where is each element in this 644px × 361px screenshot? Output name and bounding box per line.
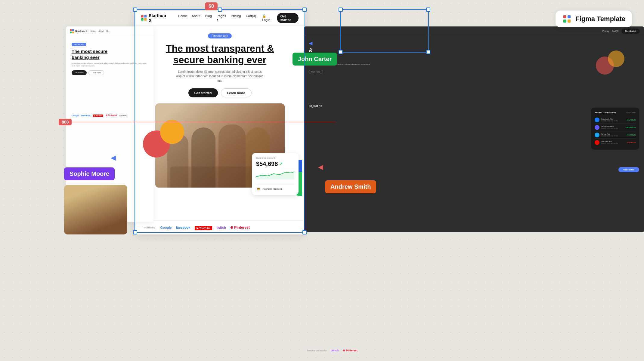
biz-trend: ↗ — [279, 161, 283, 166]
shape-yellow-circle — [160, 120, 184, 144]
hero-buttons: Get started Learn more — [145, 88, 294, 97]
main-hero: Finance app The most transparent & secur… — [135, 26, 305, 97]
svg-rect-3 — [72, 32, 74, 33]
main-nav: Starthub X Home About Blog Pages ▾ Prici… — [135, 11, 305, 26]
pinterest-logo: ⊕ Pinterest — [230, 225, 250, 230]
left-title: The most secure banking ever — [72, 48, 148, 60]
right-title: & king ever — [309, 47, 639, 61]
right-cursor: ◀ — [309, 40, 639, 46]
right-subtitle: ut ut sit aliquet ut nisi tortor tor nam… — [309, 63, 639, 66]
right-trusted-logos: around the world twitch ⊕ Pinterest — [307, 349, 358, 352]
main-logo: Starthub X — [141, 13, 167, 23]
left-logo: Starthub X — [70, 29, 87, 33]
left-started-btn[interactable]: Get started — [72, 70, 87, 75]
right-get-started-btn[interactable]: Get started — [618, 167, 639, 172]
canvas: 800 60 Starthub X Home About Bl... Finan… — [0, 0, 644, 361]
biz-label: Business account — [256, 157, 294, 159]
right-cta-nav[interactable]: Get started — [621, 29, 640, 34]
trans-twitter: Twitter Ads Feb 05, 2022 at 3:46 PM +$1,… — [595, 131, 636, 139]
hero-title: The most transparent & secure banking ev… — [145, 43, 294, 66]
trusted-label: Trusted by — [144, 226, 155, 229]
left-brands: Google facebook ▶ YouTube ⊕ Pinterest we… — [72, 114, 148, 117]
svg-rect-11 — [568, 20, 571, 23]
sophie-label: Sophie Moore — [64, 167, 115, 180]
sophie-avatar — [64, 185, 127, 234]
youtube-icon — [595, 140, 599, 145]
hero-subtitle: Lorem ipsum dolor sit amet consectetur a… — [175, 69, 265, 83]
svg-rect-8 — [563, 15, 566, 18]
hero-cta-btn[interactable]: Get started — [188, 88, 218, 97]
svg-rect-2 — [70, 32, 72, 33]
youtube-logo: ▶ YouTube — [195, 225, 212, 230]
right-learn-btn[interactable]: learn more — [309, 70, 323, 74]
right-nav: Pricing Cart(3) Get started — [304, 26, 644, 36]
right-preview-card: Pricing Cart(3) Get started ◀ & king eve… — [304, 26, 644, 232]
svg-rect-5 — [144, 15, 147, 17]
main-logo-icon — [141, 15, 147, 21]
andrew-label: Andrew Smith — [325, 180, 376, 193]
svg-rect-1 — [72, 29, 74, 31]
left-subtitle: Lorem ipsum dolor sit amet consectetur a… — [72, 62, 148, 67]
svg-rect-4 — [141, 15, 144, 17]
brand-logos: Google facebook ▶ YouTube twitch ⊕ Pinte… — [160, 225, 250, 230]
main-nav-right: 🔒 Login Get started — [262, 13, 299, 23]
facebook-logo: facebook — [176, 226, 190, 229]
main-login-btn[interactable]: 🔒 Login — [262, 14, 273, 22]
figma-template-badge: Figma Template — [556, 11, 632, 27]
trans-facebook: Facebook Ads Feb 05, 2022 at 3:46 PM +$1… — [595, 116, 636, 124]
figma-icon — [562, 14, 572, 24]
main-preview-card: Starthub X Home About Blog Pages ▾ Prici… — [135, 11, 305, 234]
right-pointer-arrow: ◀ — [318, 163, 323, 171]
twitch-logo: twitch — [216, 226, 226, 229]
hero-learn-btn[interactable]: Learn more — [221, 88, 252, 97]
trusted-section: Trusted by Google facebook ▶ YouTube twi… — [135, 220, 305, 234]
figma-handle-tr[interactable] — [426, 8, 430, 12]
facebook-icon — [595, 118, 599, 122]
svg-rect-0 — [70, 29, 72, 31]
biz-chart — [256, 169, 294, 180]
svg-rect-10 — [563, 20, 566, 23]
left-buttons: Get started Learn more — [72, 70, 148, 75]
biz-amount: $54,698 ↗ — [256, 161, 294, 167]
transactions-panel: Recent transactions John Carter Facebook… — [591, 108, 639, 150]
left-logo-icon — [70, 29, 74, 33]
stripe-icon — [595, 125, 599, 130]
twitter-icon — [595, 133, 599, 137]
left-content: Finance app The most secure banking ever… — [66, 36, 153, 121]
left-measure-badge: 800 — [59, 119, 72, 125]
left-cursor-arrow: ◀ — [111, 154, 116, 162]
business-card: Business account $54,698 ↗ 💳 Payment rec… — [252, 153, 299, 195]
left-finance-badge: Finance app — [72, 43, 86, 46]
main-cta-nav[interactable]: Get started — [277, 13, 299, 23]
trans-stripe: Stripe Payment Feb 05, 2022 at 3:46 PM +… — [595, 124, 636, 131]
right-amount: 98,320.32 — [309, 105, 322, 108]
left-nav-links: Home About Bl... — [90, 30, 110, 32]
figma-handle-tl[interactable] — [339, 8, 343, 12]
svg-rect-6 — [141, 18, 144, 20]
finance-badge: Finance app — [208, 33, 232, 38]
google-logo: Google — [160, 226, 172, 229]
main-nav-links: Home About Blog Pages ▾ Pricing Cart(3) — [178, 14, 256, 22]
john-carter-label: John Carter — [626, 112, 636, 114]
top-measure-badge: 60 — [205, 2, 218, 10]
hero-visual: Business account $54,698 ↗ 💳 Payment rec… — [135, 103, 305, 203]
svg-rect-9 — [568, 15, 571, 18]
trans-youtube: YouTube Ads Feb 05, 2022 at 3:46 PM -$9,… — [595, 139, 636, 146]
svg-rect-7 — [144, 18, 147, 20]
biz-payment: 💳 Payment received — [256, 187, 294, 191]
measure-line-h — [65, 122, 336, 122]
left-nav: Starthub X Home About Bl... — [66, 26, 153, 36]
john-label: John Carter — [293, 53, 337, 66]
left-learn-btn[interactable]: Learn more — [88, 70, 104, 75]
right-content: ◀ & king ever ut ut sit aliquet ut nisi … — [304, 36, 644, 78]
